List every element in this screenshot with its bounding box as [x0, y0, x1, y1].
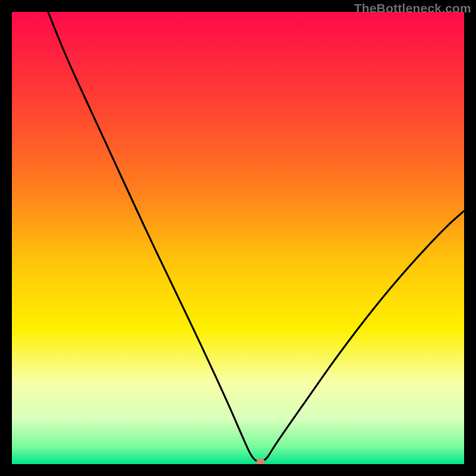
watermark-label: TheBottleneck.com [354, 1, 471, 15]
bottleneck-curve [48, 12, 464, 462]
plot-area [12, 12, 464, 464]
chart-frame: TheBottleneck.com [0, 0, 476, 476]
curve-layer [12, 12, 464, 464]
optimal-point-marker [256, 459, 265, 464]
